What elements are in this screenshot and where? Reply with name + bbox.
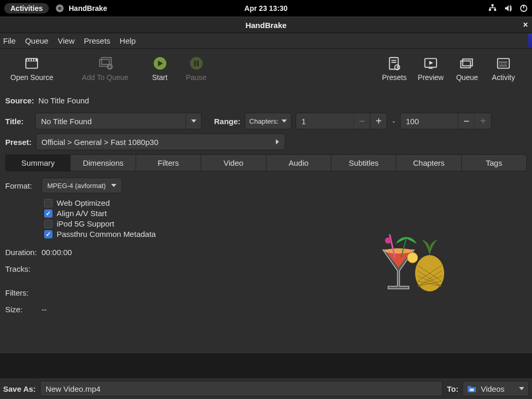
preset-combo[interactable]: Official > General > Fast 1080p30 (36, 134, 285, 150)
tab-filters[interactable]: Filters (136, 155, 201, 171)
activities-button[interactable]: Activities (4, 3, 49, 14)
queue-icon (459, 56, 475, 71)
svg-text:10101: 10101 (499, 63, 508, 66)
save-as-input[interactable] (40, 381, 443, 396)
range-end-minus[interactable]: − (458, 113, 474, 129)
svg-rect-3 (489, 9, 491, 11)
preset-label: Preset: (5, 138, 32, 147)
svg-point-35 (385, 237, 391, 244)
tab-summary[interactable]: Summary (6, 155, 71, 171)
toolbar: Open Source Add To Queue Start Pause Pre… (0, 49, 532, 88)
title-combo[interactable]: No Title Found (35, 113, 202, 129)
menu-view[interactable]: View (58, 36, 74, 45)
tracks-label: Tracks: (5, 264, 42, 273)
volume-icon[interactable] (504, 4, 512, 12)
presets-label: Presets (382, 73, 406, 82)
presets-button[interactable]: Presets (376, 56, 413, 82)
clock[interactable]: Apr 23 13:30 (244, 4, 287, 12)
preview-label: Preview (418, 73, 444, 82)
align-av-check[interactable]: Align A/V Start (44, 209, 296, 218)
window-close-button[interactable]: × (523, 20, 528, 30)
menu-presets[interactable]: Presets (84, 36, 110, 45)
title-combo-arrow (185, 113, 201, 129)
preview-button[interactable]: Preview (413, 56, 449, 82)
menu-queue[interactable]: Queue (25, 36, 48, 45)
start-label: Start (152, 73, 168, 82)
open-source-label: Open Source (10, 73, 54, 82)
filters-label: Filters: (5, 288, 42, 297)
svg-rect-10 (30, 59, 31, 61)
range-start-plus[interactable]: + (370, 113, 387, 129)
svg-point-1 (58, 7, 61, 10)
svg-rect-2 (491, 4, 494, 6)
tab-audio[interactable]: Audio (267, 155, 331, 171)
passthru-check[interactable]: Passthru Common Metadata (44, 230, 296, 238)
svg-rect-25 (429, 68, 433, 69)
web-optimized-check[interactable]: Web Optimized (44, 198, 296, 207)
format-label: Format: (5, 181, 42, 190)
checkbox-icon (44, 220, 52, 228)
title-combo-value: No Title Found (36, 117, 185, 126)
add-to-queue-button: Add To Queue (79, 56, 131, 82)
start-button[interactable]: Start (142, 56, 178, 82)
presets-icon (387, 56, 402, 71)
svg-point-36 (407, 252, 418, 263)
play-icon (152, 56, 168, 71)
chevron-down-icon (282, 119, 287, 123)
svg-rect-19 (196, 60, 198, 66)
content-area: Source: No Title Found Title: No Title F… (0, 88, 532, 353)
tab-tags[interactable]: Tags (462, 155, 526, 171)
checkbox-icon (44, 209, 52, 218)
pause-label: Pause (186, 73, 207, 82)
tab-dimensions[interactable]: Dimensions (71, 155, 136, 171)
tab-video[interactable]: Video (201, 155, 266, 171)
gnome-top-bar: Activities HandBrake Apr 23 13:30 (0, 0, 532, 17)
app-menu[interactable]: HandBrake (55, 4, 107, 13)
range-mode-value: Chapters: (249, 117, 278, 125)
svg-point-32 (384, 248, 413, 254)
tab-bar: Summary Dimensions Filters Video Audio S… (5, 154, 527, 171)
destination-folder-button[interactable]: Videos (462, 381, 529, 396)
range-label: Range: (214, 117, 241, 126)
svg-point-17 (190, 57, 202, 69)
menu-help[interactable]: Help (119, 36, 136, 45)
range-end-spinbox[interactable]: − + (400, 113, 491, 129)
activity-icon: 0101010101 (496, 56, 511, 71)
svg-rect-9 (27, 59, 29, 61)
checkbox-icon (44, 230, 52, 238)
format-combo[interactable]: MPEG-4 (avformat) (42, 178, 122, 193)
activity-button[interactable]: 0101010101 Activity (485, 56, 522, 82)
app-menu-label: HandBrake (69, 4, 107, 12)
preset-value: Official > General > Fast 1080p30 (36, 138, 270, 147)
handbrake-icon (55, 4, 64, 13)
preview-icon (423, 56, 438, 71)
range-start-spinbox[interactable]: − + (296, 113, 387, 129)
network-icon[interactable] (488, 4, 497, 12)
size-value: -- (42, 305, 47, 314)
open-source-button[interactable]: Open Source (10, 56, 54, 82)
title-label: Title: (5, 117, 31, 126)
ipod-check[interactable]: iPod 5G Support (44, 219, 296, 228)
add-queue-icon (98, 56, 113, 71)
svg-rect-4 (494, 9, 496, 11)
range-end-plus: + (474, 113, 491, 129)
menu-file[interactable]: File (3, 36, 16, 45)
pause-button: Pause (178, 56, 215, 82)
menubar: File Queue View Presets Help (0, 33, 532, 49)
svg-rect-37 (470, 389, 474, 391)
range-separator: - (391, 117, 396, 126)
svg-rect-11 (32, 59, 33, 61)
range-end-input[interactable] (401, 117, 458, 126)
queue-button[interactable]: Queue (449, 56, 485, 82)
range-start-input[interactable] (296, 117, 353, 126)
tab-subtitles[interactable]: Subtitles (331, 155, 396, 171)
source-label: Source: (5, 96, 34, 105)
size-label: Size: (5, 305, 42, 314)
power-icon[interactable] (520, 4, 528, 12)
window-titlebar: HandBrake × (0, 17, 532, 33)
svg-rect-18 (194, 60, 196, 66)
range-mode-combo[interactable]: Chapters: (245, 113, 291, 129)
tab-chapters[interactable]: Chapters (396, 155, 461, 171)
bottom-bar: Save As: To: Videos (0, 378, 532, 399)
window-title: HandBrake (245, 21, 286, 30)
